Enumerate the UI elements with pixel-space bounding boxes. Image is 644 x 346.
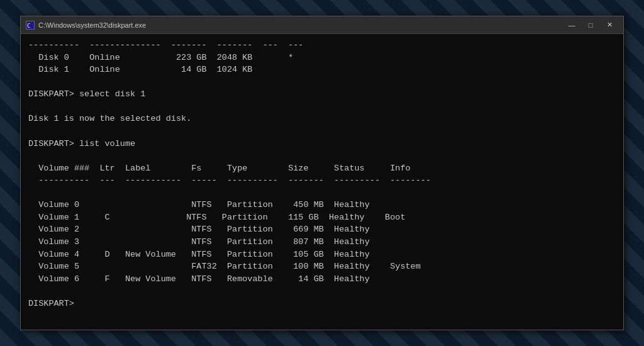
- terminal-line: Disk 1 Online 14 GB 1024 KB: [28, 64, 616, 76]
- terminal-line: Volume 4 D New Volume NTFS Partition 105…: [28, 248, 616, 261]
- app-icon: C: [26, 21, 35, 30]
- desktop: C C:\Windows\system32\diskpart.exe — □ ✕…: [0, 0, 644, 346]
- title-bar-left: C C:\Windows\system32\diskpart.exe: [26, 21, 146, 30]
- terminal-output[interactable]: ---------- -------------- ------- ------…: [21, 34, 623, 330]
- terminal-line: Volume 6 F New Volume NTFS Removable 14 …: [28, 273, 616, 286]
- terminal-line: Volume ### Ltr Label Fs Type Size Status…: [28, 162, 616, 175]
- terminal-line: DISKPART> select disk 1: [28, 88, 616, 101]
- title-bar: C C:\Windows\system32\diskpart.exe — □ ✕: [21, 16, 623, 34]
- maximize-button[interactable]: □: [582, 19, 599, 31]
- terminal-line: ---------- --- ----------- ----- -------…: [28, 174, 616, 187]
- terminal-line: Volume 0 NTFS Partition 450 MB Healthy: [28, 199, 616, 211]
- terminal-line: Volume 1 C NTFS Partition 115 GB Healthy…: [28, 211, 616, 224]
- minimize-button[interactable]: —: [563, 19, 580, 31]
- terminal-line: Disk 1 is now the selected disk.: [28, 113, 616, 125]
- svg-text:C: C: [27, 23, 30, 29]
- window-title: C:\Windows\system32\diskpart.exe: [38, 21, 146, 29]
- window-controls: — □ ✕: [563, 19, 618, 31]
- cmd-window: C C:\Windows\system32\diskpart.exe — □ ✕…: [20, 16, 624, 330]
- close-button[interactable]: ✕: [601, 19, 618, 31]
- terminal-line: DISKPART>: [28, 298, 616, 310]
- terminal-line: DISKPART> list volume: [28, 138, 616, 150]
- terminal-line: ---------- -------------- ------- ------…: [28, 39, 616, 52]
- terminal-line: Volume 2 NTFS Partition 669 MB Healthy: [28, 223, 616, 236]
- terminal-line: Volume 3 NTFS Partition 807 MB Healthy: [28, 236, 616, 248]
- terminal-line: Volume 5 FAT32 Partition 100 MB Healthy …: [28, 260, 616, 273]
- terminal-line: Disk 0 Online 223 GB 2048 KB *: [28, 52, 616, 64]
